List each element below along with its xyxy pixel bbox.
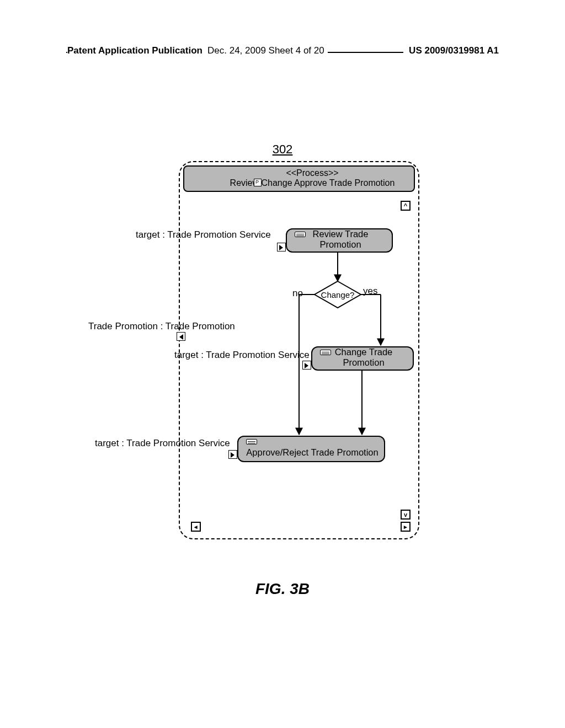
process-stereotype: <<Process>> [211,168,414,178]
process-title: Review/Change Approve Trade Promotion [211,178,414,188]
header-middle: Dec. 24, 2009 Sheet 4 of 20 [204,45,328,56]
pin-icon [177,332,185,341]
target-label-3: target : Trade Promotion Service [95,438,230,449]
page-root: Patent Application Publication Dec. 24, … [0,0,565,728]
nav-right-icon: ▸ [401,522,411,532]
process-stereotype-icon [254,179,262,186]
approve-reject-box: Approve/Reject Trade Promotion [237,436,385,462]
change-trade-promotion-box: Change Trade Promotion [311,346,414,371]
review-trade-promotion-box: Review Trade Promotion [286,228,393,253]
header-right: US 2009/0319981 A1 [403,45,499,56]
review-box-text: Review Trade Promotion [292,229,388,250]
nav-left-icon: ◂ [191,522,201,532]
figure-reference-number: 302 [0,142,565,157]
decision-yes-label: yes [363,286,377,297]
target-label-1: target : Trade Promotion Service [136,229,271,240]
process-header-strip: <<Process>> Review/Change Approve Trade … [183,165,415,192]
call-activity-icon [228,450,237,459]
collapse-up-icon: ^ [401,201,411,211]
collapse-down-icon: v [401,510,411,520]
keyboard-icon [246,439,257,445]
change-box-text: Change Trade Promotion [318,347,409,368]
header-left: Patent Application Publication [67,45,208,56]
call-activity-icon [277,243,286,251]
page-header: Patent Application Publication Dec. 24, … [0,45,565,61]
target-label-2: target : Trade Promotion Service [174,350,310,361]
approve-box-text: Approve/Reject Trade Promotion [244,447,381,458]
decision-no-label: no [292,288,303,299]
figure-caption: FIG. 3B [0,580,565,598]
call-activity-icon [302,361,311,370]
trade-promotion-pin-label: Trade Promotion : Trade Promotion [88,321,235,332]
